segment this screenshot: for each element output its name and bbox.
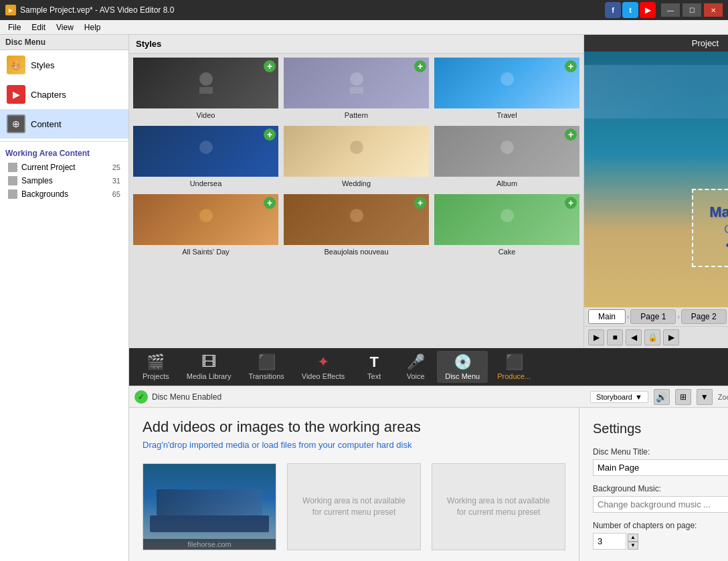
produce-icon: ⬛ [505,353,523,371]
sidebar-item-backgrounds[interactable]: Backgrounds 65 [0,187,128,201]
backgrounds-label: Backgrounds [21,189,68,199]
style-item-beaujolais[interactable]: + Beaujolais nouveau [282,193,430,258]
next-button[interactable]: ▶ [663,329,679,345]
style-item-wedding[interactable]: Wedding [282,125,430,190]
sidebar-btn-styles[interactable]: 🎨 Styles [0,50,128,80]
window-title: Sample Project.vep* - AVS Video Editor 8… [20,5,174,15]
menubar: File Edit View Help [0,20,728,35]
page-tab-main-label: Main [598,312,616,321]
disc-menu-title-input[interactable] [593,459,728,476]
page-tabs: Main › Page 1 › Page 2 [584,307,728,326]
titlebar: ▶ Sample Project.vep* - AVS Video Editor… [0,0,728,20]
preview-main-page-text: Main Page [709,204,728,221]
minimize-button[interactable]: — [661,3,680,17]
sidebar-label-styles: Styles [31,60,54,70]
dropdown-view-button[interactable]: ▼ [697,389,713,405]
svg-point-8 [199,209,213,222]
transitions-icon: ⬛ [258,353,276,371]
nav-tab-projects[interactable]: 🎬 Projects [134,351,177,383]
facebook-icon[interactable]: f [605,2,621,18]
stop-button[interactable]: ■ [607,329,623,345]
playback-controls: ▶ ■ ◀ 🔒 ▶ ⛶ 🔊 [584,326,728,348]
svg-point-7 [500,141,514,154]
nav-tabs: 🎬 Projects 🎞 Media Library ⬛ Transitions… [129,348,728,386]
chapters-icon: ▶ [7,85,25,104]
youtube-icon[interactable]: ▶ [640,2,656,18]
sidebar-label-content: Content [31,119,62,129]
sidebar-item-current-project[interactable]: Current Project 25 [0,161,128,174]
lock-button[interactable]: 🔒 [644,329,660,345]
right-panel: Project Main Page Chapters • Play • [584,35,728,348]
nav-tab-transitions[interactable]: ⬛ Transitions [240,351,292,383]
svg-point-9 [350,209,363,222]
nav-tab-transitions-label: Transitions [248,372,284,380]
style-item-undersea[interactable]: + Undersea [132,125,280,190]
style-thumb-wedding [282,125,430,178]
nav-tab-disc-menu[interactable]: 💿 Disc Menu [437,351,488,383]
style-label-saints: All Saints' Day [182,246,230,258]
grid-view-button[interactable]: ⊞ [675,389,691,405]
style-item-album[interactable]: + Album [433,125,581,190]
settings-panel: Settings Disc Menu Title: Background Mus… [579,408,728,561]
chapters-label: Number of chapters on page: [593,521,728,530]
play-button[interactable]: ▶ [588,329,604,345]
media-library-icon: 🎞 [201,353,216,371]
bg-music-row: Browse... [593,496,728,513]
page-tab-main[interactable]: Main [588,309,626,324]
sidebar-item-samples[interactable]: Samples 31 [0,174,128,187]
style-thumb-cake: + [433,193,581,246]
style-label-undersea: Undersea [190,178,222,190]
twitter-icon[interactable]: t [622,2,638,18]
media-slot-1[interactable]: filehorse.com [143,463,276,550]
nav-tab-voice-label: Voice [407,372,425,380]
menu-file[interactable]: File [3,21,26,33]
style-item-video[interactable]: + Video [132,56,280,122]
style-item-pattern[interactable]: + Pattern [282,56,430,122]
sidebar: Disc Menu 🎨 Styles ▶ Chapters ⊕ Content … [0,35,129,561]
page-tab-2[interactable]: Page 2 [681,309,727,324]
subtext-link[interactable]: hard disk [377,440,412,450]
nav-tab-produce[interactable]: ⬛ Produce... [489,351,539,383]
menu-help[interactable]: Help [79,21,106,33]
chapters-down-button[interactable]: ▼ [628,542,638,550]
menu-edit[interactable]: Edit [26,21,51,33]
add-icon-saints: + [264,197,276,209]
maximize-button[interactable]: ☐ [682,3,701,17]
style-item-saints[interactable]: + All Saints' Day [132,193,280,258]
working-area-subtext: Drag'n'drop imported media or load files… [143,440,565,450]
nav-tab-video-effects[interactable]: ✦ Video Effects [294,351,353,383]
style-label-travel: Travel [496,110,517,122]
style-thumb-undersea: + [132,125,280,178]
titlebar-left: ▶ Sample Project.vep* - AVS Video Editor… [5,5,174,15]
add-icon-cake: + [565,197,577,209]
styles-grid-container[interactable]: + Video + Pattern [129,54,583,348]
add-icon-beaujolais: + [414,197,426,209]
storyboard-button[interactable]: Storyboard ▼ [590,391,648,403]
chapters-up-button[interactable]: ▲ [628,534,638,542]
chapters-input-wrap: ▲ ▼ [593,533,728,550]
app-body: Disc Menu 🎨 Styles ▶ Chapters ⊕ Content … [0,35,728,561]
nav-tab-voice[interactable]: 🎤 Voice [395,351,436,383]
bg-music-input[interactable] [593,496,728,513]
sidebar-btn-chapters[interactable]: ▶ Chapters [0,80,128,109]
page-tab-1[interactable]: Page 1 [630,309,676,324]
sidebar-btn-content[interactable]: ⊕ Content [0,109,128,139]
style-item-cake[interactable]: + Cake [433,193,581,258]
chapters-input[interactable] [593,533,626,550]
style-item-travel[interactable]: + Travel [433,56,581,122]
nav-tab-video-effects-label: Video Effects [302,372,345,380]
styles-header: Styles [129,35,583,54]
nav-tab-media-label: Media Library [187,372,232,380]
prev-button[interactable]: ◀ [626,329,642,345]
nav-tab-text[interactable]: T Text [354,351,394,383]
nav-tab-media-library[interactable]: 🎞 Media Library [179,351,240,383]
close-button[interactable]: ✕ [704,3,723,17]
media-slot-2: Working area is not available for curren… [287,463,421,550]
volume-toolbar-button[interactable]: 🔊 [654,389,670,405]
disc-enabled-indicator: ✓ Disc Menu Enabled [134,390,221,404]
storyboard-dropdown-icon: ▼ [635,393,642,401]
media-slot-3-text: Working area is not available for curren… [432,485,565,529]
content-area: Styles + Video [129,35,728,348]
zoom-label: Zoom: [718,393,728,401]
menu-view[interactable]: View [51,21,79,33]
